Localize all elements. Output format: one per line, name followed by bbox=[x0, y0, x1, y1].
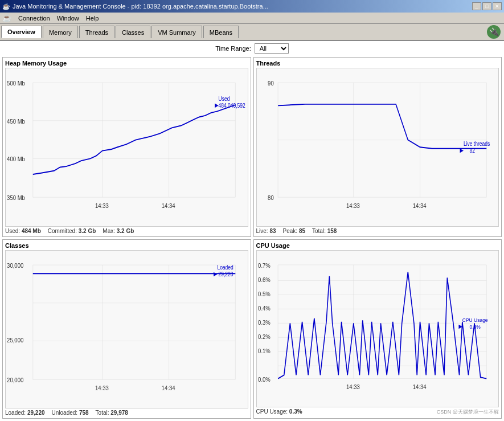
svg-text:14:33: 14:33 bbox=[95, 385, 109, 391]
heap-max-value: 3.2 Gb bbox=[117, 228, 134, 234]
heap-chart-svg: 500 Mb 450 Mb 400 Mb 350 Mb Used 484,040… bbox=[6, 68, 248, 226]
svg-text:25,000: 25,000 bbox=[7, 337, 23, 344]
threads-peak-label: Peak: bbox=[283, 228, 298, 234]
svg-text:30,000: 30,000 bbox=[7, 262, 23, 269]
heap-chart-area: 500 Mb 450 Mb 400 Mb 350 Mb Used 484,040… bbox=[5, 68, 248, 227]
cpu-chart-title: CPU Usage bbox=[256, 242, 499, 249]
classes-loaded-value: 29,220 bbox=[27, 410, 45, 416]
tab-memory[interactable]: Memory bbox=[43, 26, 78, 38]
classes-chart-title: Classes bbox=[5, 242, 248, 249]
threads-live-value: 83 bbox=[269, 228, 276, 234]
connection-menu[interactable]: Connection bbox=[15, 14, 54, 23]
main-content: Time Range: All 1 min 5 min 10 min 30 mi… bbox=[0, 41, 504, 421]
threads-chart-stats: Live: 83 Peak: 85 Total: 158 bbox=[256, 228, 499, 234]
cpu-chart-area: 0.7% 0.6% 0.5% 0.4% 0.3% 0.2% 0.1% 0.0% … bbox=[256, 250, 499, 408]
classes-total-label: Total: bbox=[96, 410, 109, 416]
heap-max-label: Max: bbox=[103, 228, 115, 234]
charts-grid: Heap Memory Usage 500 Mb 450 Mb bbox=[2, 57, 502, 419]
title-bar: ☕ Java Monitoring & Management Console -… bbox=[0, 0, 504, 13]
heap-used-value: 484 Mb bbox=[22, 228, 41, 234]
tab-bar: Overview Memory Threads Classes VM Summa… bbox=[0, 24, 504, 41]
svg-text:0.2%: 0.2% bbox=[258, 333, 271, 340]
svg-text:90: 90 bbox=[268, 80, 274, 87]
heap-chart-stats: Used: 484 Mb Committed: 3.2 Gb Max: 3.2 … bbox=[5, 228, 248, 234]
svg-text:0.3%: 0.3% bbox=[469, 324, 480, 330]
svg-marker-28 bbox=[460, 149, 463, 153]
heap-chart-title: Heap Memory Usage bbox=[5, 60, 248, 67]
svg-text:80: 80 bbox=[268, 195, 274, 202]
tab-vm-summary[interactable]: VM Summary bbox=[151, 26, 202, 38]
minimize-button[interactable]: _ bbox=[472, 2, 481, 10]
threads-total-label: Total: bbox=[312, 228, 326, 234]
svg-text:400 Mb: 400 Mb bbox=[7, 156, 25, 163]
time-range-row: Time Range: All 1 min 5 min 10 min 30 mi… bbox=[2, 43, 502, 54]
threads-chart-area: 90 80 Live threads 82 14:33 14:34 bbox=[256, 68, 499, 227]
svg-text:CPU Usage: CPU Usage bbox=[462, 317, 487, 323]
time-range-select[interactable]: All 1 min 5 min 10 min 30 min bbox=[255, 43, 289, 54]
classes-loaded-label: Loaded: bbox=[5, 410, 26, 416]
classes-chart-area: 30,000 25,000 20,000 Loaded 29,220 14:33… bbox=[5, 250, 248, 409]
window-menu[interactable]: Window bbox=[54, 14, 83, 23]
svg-text:29,220: 29,220 bbox=[219, 271, 233, 277]
watermark: CSDN @天赐梦境一生不醒 bbox=[437, 408, 499, 416]
threads-chart-title: Threads bbox=[256, 60, 499, 67]
svg-text:0.1%: 0.1% bbox=[258, 347, 271, 354]
svg-text:14:33: 14:33 bbox=[346, 202, 360, 209]
svg-text:14:34: 14:34 bbox=[162, 202, 175, 209]
classes-unloaded-label: Unloaded: bbox=[52, 410, 78, 416]
cpu-chart-panel: CPU Usage bbox=[253, 239, 502, 419]
svg-text:0.7%: 0.7% bbox=[258, 262, 271, 269]
threads-chart-svg: 90 80 Live threads 82 14:33 14:34 bbox=[257, 68, 499, 226]
window-title: Java Monitoring & Management Console - p… bbox=[13, 3, 268, 10]
svg-text:0.0%: 0.0% bbox=[258, 375, 271, 382]
svg-text:500 Mb: 500 Mb bbox=[7, 80, 25, 87]
heap-committed-value: 3.2 Gb bbox=[79, 228, 96, 234]
svg-text:14:34: 14:34 bbox=[412, 202, 426, 209]
svg-text:20,000: 20,000 bbox=[7, 377, 23, 383]
classes-total-value: 29,978 bbox=[110, 410, 128, 416]
svg-text:0.4%: 0.4% bbox=[258, 305, 271, 312]
classes-unloaded-value: 758 bbox=[79, 410, 89, 416]
cpu-chart-stats: CPU Usage: 0.3% CSDN @天赐梦境一生不醒 bbox=[256, 408, 499, 416]
svg-text:Used: Used bbox=[219, 96, 230, 102]
threads-chart-panel: Threads 90 80 bbox=[253, 57, 502, 237]
connect-icon: 🔌 bbox=[487, 25, 501, 39]
svg-text:14:34: 14:34 bbox=[412, 383, 426, 390]
cpu-usage-label: CPU Usage: bbox=[256, 408, 288, 415]
threads-peak-value: 85 bbox=[299, 228, 305, 234]
svg-text:Loaded: Loaded bbox=[217, 264, 233, 271]
svg-text:0.5%: 0.5% bbox=[258, 291, 271, 297]
close-button[interactable]: ✕ bbox=[493, 2, 502, 10]
tab-mbeans[interactable]: MBeans bbox=[203, 26, 239, 38]
svg-marker-44 bbox=[214, 272, 217, 276]
menu-bar: ☕ Connection Window Help bbox=[0, 13, 504, 24]
help-menu[interactable]: Help bbox=[83, 14, 103, 23]
threads-live-label: Live: bbox=[256, 228, 268, 234]
svg-text:0.3%: 0.3% bbox=[258, 319, 271, 326]
app-icon: ☕ bbox=[2, 3, 10, 10]
svg-text:14:34: 14:34 bbox=[162, 385, 175, 391]
classes-chart-panel: Classes 30,000 25,000 bbox=[2, 239, 251, 419]
tab-overview[interactable]: Overview bbox=[1, 26, 42, 38]
svg-text:Live threads: Live threads bbox=[463, 141, 490, 147]
cpu-chart-svg: 0.7% 0.6% 0.5% 0.4% 0.3% 0.2% 0.1% 0.0% … bbox=[257, 251, 499, 407]
svg-text:82: 82 bbox=[469, 148, 474, 154]
svg-text:450 Mb: 450 Mb bbox=[7, 118, 25, 125]
threads-total-value: 158 bbox=[327, 228, 337, 234]
classes-chart-svg: 30,000 25,000 20,000 Loaded 29,220 14:33… bbox=[6, 251, 248, 408]
tab-threads[interactable]: Threads bbox=[79, 26, 114, 38]
heap-used-label: Used: bbox=[5, 228, 20, 234]
cpu-usage-value: 0.3% bbox=[289, 408, 302, 415]
svg-text:484,040,592: 484,040,592 bbox=[219, 103, 245, 109]
svg-text:14:33: 14:33 bbox=[346, 383, 360, 390]
svg-text:0.6%: 0.6% bbox=[258, 276, 271, 283]
app-menu-icon: ☕ bbox=[2, 14, 11, 22]
classes-chart-stats: Loaded: 29,220 Unloaded: 758 Total: 29,9… bbox=[5, 410, 248, 416]
svg-text:14:33: 14:33 bbox=[95, 202, 109, 209]
maximize-button[interactable]: □ bbox=[482, 2, 491, 10]
tab-classes[interactable]: Classes bbox=[116, 26, 150, 38]
time-range-label: Time Range: bbox=[215, 45, 251, 52]
heap-committed-label: Committed: bbox=[48, 228, 77, 234]
svg-text:350 Mb: 350 Mb bbox=[7, 195, 25, 202]
heap-chart-panel: Heap Memory Usage 500 Mb 450 Mb bbox=[2, 57, 251, 237]
